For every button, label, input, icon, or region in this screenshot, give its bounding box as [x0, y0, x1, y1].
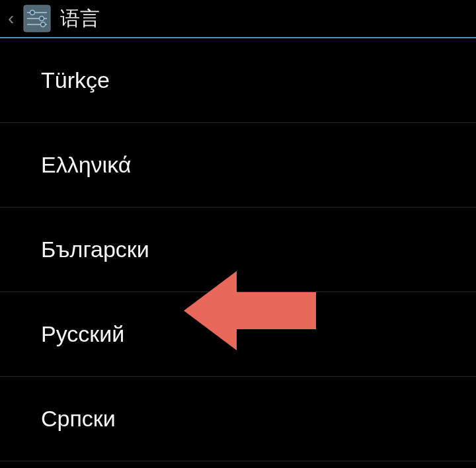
language-label: Ελληνικά — [41, 152, 131, 178]
language-item-turkish[interactable]: Türkçe — [0, 38, 476, 123]
settings-sliders-icon — [23, 5, 51, 32]
language-list: Türkçe Ελληνικά Български Русский Српски — [0, 38, 476, 461]
language-label: Български — [41, 237, 149, 262]
language-item-bulgarian[interactable]: Български — [0, 208, 476, 292]
language-label: Српски — [41, 406, 116, 432]
language-label: Русский — [41, 321, 124, 347]
back-chevron-icon[interactable]: ‹ — [5, 9, 17, 28]
language-label: Türkçe — [41, 67, 110, 93]
svg-point-6 — [41, 22, 46, 27]
svg-point-2 — [30, 11, 35, 15]
language-item-russian[interactable]: Русский — [0, 292, 476, 377]
page-title: 语言 — [60, 5, 100, 32]
svg-point-4 — [40, 17, 44, 21]
language-item-greek[interactable]: Ελληνικά — [0, 123, 476, 208]
header: ‹ 语言 — [0, 0, 476, 38]
language-item-serbian[interactable]: Српски — [0, 377, 476, 461]
